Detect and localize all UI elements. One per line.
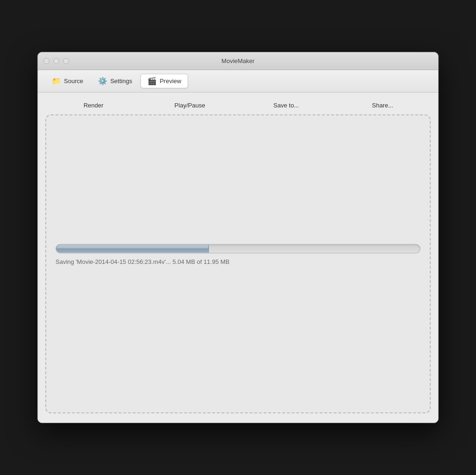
render-label: Render bbox=[84, 102, 104, 109]
minimize-button[interactable] bbox=[53, 58, 59, 64]
close-button[interactable] bbox=[43, 58, 49, 64]
render-action[interactable]: Render bbox=[45, 102, 142, 109]
gear-icon: ⚙️ bbox=[98, 77, 107, 85]
content-area: Render Play/Pause Save to... Share... Sa… bbox=[38, 92, 438, 423]
traffic-lights bbox=[43, 58, 69, 64]
play-pause-label: Play/Pause bbox=[175, 102, 205, 109]
tab-source-label: Source bbox=[64, 78, 83, 85]
preview-area: Saving 'Movie-2014-04-15 02:56:23.m4v'..… bbox=[45, 114, 431, 413]
app-window: MovieMaker 📁 Source ⚙️ Settings 🎬 Previe… bbox=[37, 52, 439, 423]
tab-bar: 📁 Source ⚙️ Settings 🎬 Preview bbox=[38, 70, 438, 92]
titlebar: MovieMaker bbox=[38, 52, 438, 70]
folder-icon: 📁 bbox=[52, 77, 61, 85]
share-label: Share... bbox=[372, 102, 393, 109]
tab-preview[interactable]: 🎬 Preview bbox=[140, 74, 188, 88]
progress-status: Saving 'Movie-2014-04-15 02:56:23.m4v'..… bbox=[56, 258, 420, 265]
tab-settings[interactable]: ⚙️ Settings bbox=[91, 74, 139, 88]
progress-bar-fill bbox=[56, 245, 209, 253]
progress-container: Saving 'Movie-2014-04-15 02:56:23.m4v'..… bbox=[46, 244, 430, 265]
save-to-label: Save to... bbox=[273, 102, 299, 109]
tab-source[interactable]: 📁 Source bbox=[45, 74, 90, 88]
film-icon: 🎬 bbox=[147, 77, 157, 85]
tab-preview-label: Preview bbox=[160, 78, 181, 85]
window-title: MovieMaker bbox=[222, 57, 255, 64]
play-pause-action[interactable]: Play/Pause bbox=[142, 102, 238, 109]
progress-bar-track bbox=[56, 244, 420, 254]
share-action[interactable]: Share... bbox=[335, 102, 431, 109]
save-to-action[interactable]: Save to... bbox=[238, 102, 335, 109]
maximize-button[interactable] bbox=[63, 58, 69, 64]
action-bar: Render Play/Pause Save to... Share... bbox=[45, 98, 431, 114]
tab-settings-label: Settings bbox=[110, 78, 132, 85]
